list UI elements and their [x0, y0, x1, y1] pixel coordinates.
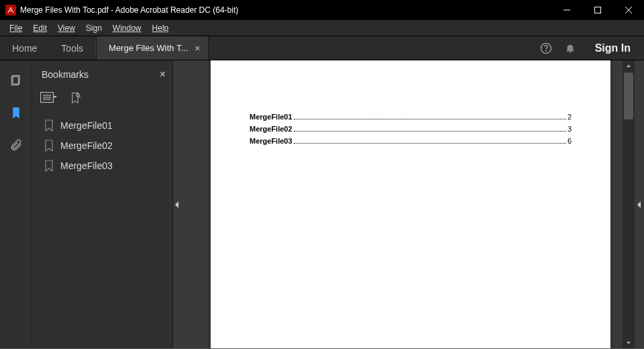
svg-line-13: [79, 97, 81, 99]
toc-entry-page: 2: [568, 113, 572, 121]
bookmarks-toolbar: [32, 89, 172, 113]
close-button[interactable]: [613, 0, 644, 20]
bookmark-ribbon-icon: [44, 140, 54, 152]
main-area: Bookmarks × MergeFile01 MergeFile02: [0, 60, 644, 348]
titlebar: Merge Files With Toc.pdf - Adobe Acrobat…: [0, 0, 644, 20]
help-icon[interactable]: [540, 42, 552, 54]
menu-file[interactable]: File: [4, 22, 28, 34]
toc-entry-page: 3: [568, 125, 572, 133]
toc-row: MergeFile02 3: [250, 125, 572, 133]
scroll-up-icon[interactable]: [623, 60, 635, 71]
toc-row: MergeFile03 6: [250, 137, 572, 145]
page-container[interactable]: MergeFile01 2 MergeFile02 3 MergeFile03 …: [199, 60, 623, 348]
attachments-icon[interactable]: [8, 137, 24, 153]
toc-entry-name: MergeFile03: [250, 137, 292, 145]
tabbar: Home Tools Merge Files With T... × Sign …: [0, 36, 644, 60]
bookmark-item[interactable]: MergeFile02: [42, 136, 172, 156]
svg-point-5: [545, 50, 546, 51]
bookmarks-panel: Bookmarks × MergeFile01 MergeFile02: [32, 60, 173, 348]
tab-document[interactable]: Merge Files With T... ×: [96, 36, 209, 60]
bookmark-item[interactable]: MergeFile03: [42, 156, 172, 176]
collapse-right-handle[interactable]: [635, 60, 644, 348]
toc-leader-dots: [294, 127, 566, 132]
menu-sign[interactable]: Sign: [80, 22, 107, 34]
document-viewer: MergeFile01 2 MergeFile02 3 MergeFile03 …: [181, 60, 644, 348]
tab-home[interactable]: Home: [0, 36, 49, 60]
bookmarks-find-icon[interactable]: [68, 91, 82, 105]
menu-edit[interactable]: Edit: [28, 22, 52, 34]
toc-entry-name: MergeFile01: [250, 113, 292, 121]
scroll-track[interactable]: [623, 71, 635, 338]
scroll-down-icon[interactable]: [623, 338, 635, 348]
bell-icon[interactable]: [564, 42, 576, 54]
toc-leader-dots: [294, 139, 566, 144]
toc-entry-name: MergeFile02: [250, 125, 292, 133]
bookmarks-title: Bookmarks: [42, 69, 160, 80]
pdf-page: MergeFile01 2 MergeFile02 3 MergeFile03 …: [211, 60, 610, 348]
collapse-left-handle[interactable]: [173, 60, 181, 348]
tab-tools[interactable]: Tools: [49, 36, 95, 60]
menubar: File Edit View Sign Window Help: [0, 20, 644, 36]
bookmarks-options-icon[interactable]: [40, 92, 58, 104]
bookmarks-icon[interactable]: [8, 105, 24, 121]
app-icon: [5, 5, 16, 15]
menu-window[interactable]: Window: [107, 22, 147, 34]
viewer-gutter: [181, 60, 199, 348]
bookmarks-header: Bookmarks ×: [32, 60, 172, 89]
toc-entry-page: 6: [568, 137, 572, 145]
vertical-scrollbar[interactable]: [623, 60, 635, 348]
bookmark-ribbon-icon: [44, 160, 54, 172]
maximize-button[interactable]: [582, 0, 613, 20]
bookmarks-list: MergeFile01 MergeFile02 MergeFile03: [32, 113, 172, 176]
thumbnails-icon[interactable]: [8, 72, 24, 89]
sign-in-button[interactable]: Sign In: [588, 42, 637, 54]
window-controls: [551, 0, 644, 20]
window-title: Merge Files With Toc.pdf - Adobe Acrobat…: [20, 5, 551, 15]
bookmarks-close-icon[interactable]: ×: [160, 68, 166, 81]
menu-view[interactable]: View: [52, 22, 80, 34]
menu-help[interactable]: Help: [147, 22, 174, 34]
bookmark-label: MergeFile01: [60, 120, 113, 131]
tab-close-icon[interactable]: ×: [195, 43, 200, 54]
toc-row: MergeFile01 2: [250, 113, 572, 121]
svg-rect-1: [595, 7, 601, 13]
tab-document-label: Merge Files With T...: [109, 43, 188, 53]
app-window: Merge Files With Toc.pdf - Adobe Acrobat…: [0, 0, 644, 349]
toc-leader-dots: [294, 115, 566, 119]
scroll-thumb[interactable]: [624, 72, 633, 119]
left-rail: [0, 60, 32, 348]
minimize-button[interactable]: [551, 0, 582, 20]
bookmark-label: MergeFile02: [60, 140, 113, 151]
bookmark-item[interactable]: MergeFile01: [42, 115, 172, 136]
bookmark-ribbon-icon: [44, 119, 54, 132]
bookmark-label: MergeFile03: [60, 160, 113, 171]
